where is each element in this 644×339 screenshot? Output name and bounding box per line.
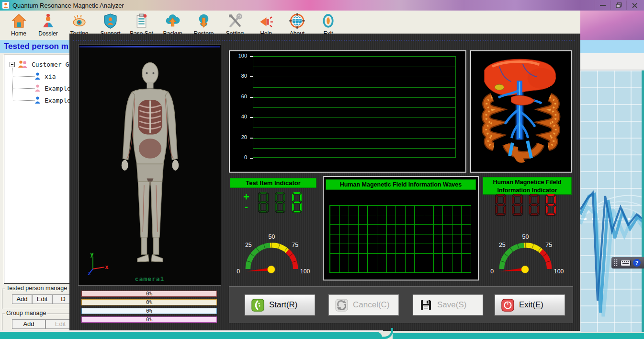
toolbar-label: Home: [5, 30, 33, 37]
y-tick: 100: [231, 53, 247, 58]
save-icon: [419, 299, 432, 312]
help-icon[interactable]: ?: [633, 259, 641, 267]
test-item-gauge: 0 25 50 75 100: [232, 229, 311, 279]
tree-line: [12, 68, 13, 101]
keyboard-icon[interactable]: [621, 260, 631, 266]
desktop-wallpaper-top: [580, 11, 644, 40]
setting-icon: [226, 12, 244, 30]
group-users-icon: [18, 60, 28, 69]
seg-sign: + -: [243, 192, 249, 211]
progress-bar-2: 0%: [81, 299, 217, 305]
y-tick: 0: [231, 154, 247, 160]
customer-tree[interactable]: Customer G xia Example Example: [4, 55, 77, 284]
add-group-button[interactable]: Add: [12, 319, 45, 329]
progress-bar-3: 0%: [81, 308, 217, 314]
teal-bar-curve: [381, 328, 393, 339]
main-test-panel: y x z camera1 0% 0% 0% 0% 100 80 60 40 2…: [69, 34, 580, 331]
svg-text:y: y: [90, 252, 94, 257]
add-person-button[interactable]: Add: [12, 294, 32, 304]
desktop-band-white: [580, 53, 644, 70]
cancel-icon: [335, 299, 348, 312]
edit-person-button[interactable]: Edit: [32, 294, 52, 304]
button-label: Exit(E): [519, 300, 543, 310]
camera-label: camera1: [79, 275, 221, 282]
button-label: Cancel(C): [353, 300, 390, 310]
magnetic-indicator-title-line1: Human Magnetice Fileld: [483, 178, 571, 187]
progress-bar-4: 0%: [81, 316, 217, 323]
minimize-button[interactable]: [595, 0, 610, 10]
action-bar: Start(R) Cancel(C): [229, 286, 573, 323]
body-3d-view[interactable]: y x z camera1: [78, 45, 221, 286]
waves-grid: [329, 205, 471, 273]
person-icon: [34, 96, 41, 104]
group-manage-group: Group manage Add Edit: [2, 314, 77, 332]
organ-image-panel: [470, 50, 572, 173]
close-button[interactable]: [626, 0, 642, 10]
base-set-icon: [133, 12, 150, 30]
exit-icon: [319, 12, 337, 30]
y-tick: 80: [231, 73, 247, 79]
svg-text:x: x: [105, 263, 109, 270]
axes-gizmo: y x z: [87, 252, 109, 276]
support-icon: [102, 12, 119, 30]
tree-node-customer-group[interactable]: Customer G: [10, 59, 69, 69]
toolbar-dossier[interactable]: Dossier: [33, 12, 64, 37]
group-title: Tested person manage: [5, 285, 68, 292]
minus-sign: -: [243, 202, 249, 211]
cancel-button[interactable]: Cancel(C): [328, 294, 399, 316]
svg-text:50: 50: [522, 234, 529, 240]
svg-text:0: 0: [237, 268, 240, 275]
dossier-icon: [39, 12, 57, 30]
tree-node-label: Example: [45, 97, 71, 104]
maximize-icon: [616, 2, 622, 9]
language-bar[interactable]: ?: [611, 257, 644, 269]
teal-bar-left: [0, 332, 382, 339]
grip-handle-icon[interactable]: [613, 259, 618, 267]
svg-text:75: 75: [545, 242, 552, 248]
result-chart: 100 80 60 40 20 0: [229, 50, 466, 173]
svg-text:25: 25: [499, 242, 506, 248]
app-icon: [2, 1, 10, 9]
button-label: Save(S): [437, 300, 466, 310]
tree-node-person[interactable]: Example: [34, 95, 71, 105]
progress-bar-1: 0%: [81, 291, 217, 297]
close-icon: [632, 3, 637, 8]
chart-plot-area: [253, 56, 456, 158]
save-button[interactable]: Save(S): [413, 294, 483, 316]
start-button[interactable]: Start(R): [245, 294, 315, 316]
magnetic-indicator-title: Human Magnetice Fileld Information Indic…: [483, 177, 572, 195]
desktop-chart-wallpaper: [580, 70, 644, 332]
svg-text:50: 50: [269, 234, 275, 240]
test-item-indicator-title: Test Item Indicator: [230, 178, 316, 188]
human-body-model: [113, 58, 187, 272]
person-icon: [34, 72, 41, 80]
person-icon: [34, 84, 41, 92]
collapse-icon[interactable]: [10, 62, 15, 67]
body-view-highlight: [79, 46, 220, 47]
title-bar[interactable]: Quantum Resonance Magnetic Analyzer: [0, 0, 644, 11]
maximize-button[interactable]: [610, 0, 626, 10]
y-tick: 20: [231, 134, 247, 140]
group-title: Group manage: [5, 310, 47, 316]
tree-node-person[interactable]: Example: [34, 83, 71, 93]
restore-icon: [195, 12, 213, 30]
exit-button[interactable]: Exit(E): [495, 294, 565, 316]
organs-illustration: [471, 51, 571, 172]
tree-node-label: Customer G: [32, 61, 69, 68]
tree-node-label: xia: [45, 73, 56, 80]
tree-line: [13, 100, 34, 101]
about-icon: [288, 12, 306, 30]
toolbar-home[interactable]: Home: [5, 12, 33, 37]
tree-line: [13, 88, 34, 89]
tree-line: [13, 76, 34, 77]
minimize-icon: [600, 5, 606, 6]
window-title: Quantum Resonance Magnetic Analyzer: [12, 2, 124, 9]
y-tick: 40: [231, 114, 247, 119]
wallpaper-zigzag-chart: [580, 70, 644, 332]
desktop-band-blue: [580, 40, 644, 53]
tree-node-person[interactable]: xia: [34, 71, 56, 81]
y-tick: 60: [231, 94, 247, 99]
button-label: Start(R): [269, 300, 298, 310]
svg-text:0: 0: [490, 268, 494, 275]
home-icon: [10, 12, 28, 30]
